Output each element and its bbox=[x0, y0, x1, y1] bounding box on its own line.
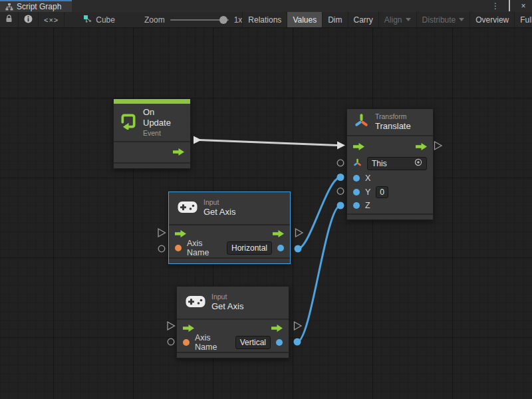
node-footer bbox=[114, 162, 190, 168]
value-output-port[interactable] bbox=[277, 245, 284, 251]
external-port-getv-control-in bbox=[168, 322, 175, 330]
node-title: Get Axis bbox=[211, 301, 243, 312]
control-output-port[interactable] bbox=[273, 230, 284, 237]
node-footer bbox=[177, 352, 289, 358]
external-port-axis-name-v bbox=[168, 338, 174, 345]
chevron-down-icon bbox=[406, 18, 411, 21]
zoom-control: Zoom 1x bbox=[144, 12, 242, 27]
tab-title: Script Graph bbox=[17, 2, 61, 11]
window-controls: ⋮ × bbox=[491, 0, 532, 12]
control-input-port[interactable] bbox=[353, 143, 364, 150]
control-output-port[interactable] bbox=[416, 143, 427, 150]
node-type: Input bbox=[211, 293, 243, 301]
node-on-update[interactable]: On Update Event bbox=[113, 98, 191, 169]
control-input-port[interactable] bbox=[183, 325, 194, 332]
gamepad-icon bbox=[186, 295, 205, 311]
y-port-label: Y bbox=[365, 188, 370, 197]
axis-name-label: Axis Name bbox=[187, 239, 216, 257]
external-port-z-input bbox=[337, 202, 344, 209]
zoom-value: 1x bbox=[234, 15, 243, 25]
z-port-label: Z bbox=[365, 201, 370, 210]
value-wire-horizontal-to-x bbox=[298, 178, 340, 249]
external-port-translate-control-out bbox=[435, 142, 442, 150]
distribute-dropdown[interactable]: Distribute bbox=[416, 12, 470, 27]
gamepad-icon bbox=[178, 201, 198, 216]
x-input-port[interactable] bbox=[353, 175, 360, 182]
inspect-button[interactable] bbox=[19, 12, 39, 27]
axis-name-field[interactable]: Vertical bbox=[235, 336, 271, 349]
code-icon: <×> bbox=[44, 16, 59, 24]
info-icon bbox=[24, 15, 33, 25]
object-picker-icon[interactable] bbox=[414, 158, 422, 169]
control-input-port[interactable] bbox=[175, 230, 186, 237]
close-icon[interactable]: × bbox=[519, 2, 528, 10]
value-wire-vertical-to-z bbox=[297, 205, 340, 342]
script-graph-window: Script Graph ⋮ × <×> Cube bbox=[0, 0, 532, 399]
code-preview-button[interactable]: <×> bbox=[39, 12, 65, 27]
graph-target-label: Cube bbox=[96, 15, 115, 25]
graph-canvas[interactable]: On Update Event Transform T bbox=[0, 28, 532, 399]
node-footer bbox=[347, 213, 433, 219]
wire-arrowhead bbox=[337, 142, 345, 150]
transform-icon bbox=[354, 113, 369, 131]
overview-button[interactable]: Overview bbox=[469, 12, 514, 27]
values-toggle[interactable]: Values bbox=[287, 12, 322, 27]
script-graph-asset-icon bbox=[83, 15, 92, 25]
value-output-port[interactable] bbox=[276, 339, 283, 346]
node-type: Input bbox=[203, 198, 235, 207]
node-title: Get Axis bbox=[203, 207, 235, 217]
axis-name-field[interactable]: Horizontal bbox=[227, 241, 272, 255]
y-input-port[interactable] bbox=[353, 189, 360, 196]
node-title: Translate bbox=[375, 121, 411, 132]
external-port-vertical-output bbox=[294, 338, 301, 346]
event-color-bar bbox=[114, 99, 190, 104]
node-footer bbox=[169, 257, 290, 263]
node-translate[interactable]: Transform Translate This bbox=[346, 108, 434, 220]
carry-toggle[interactable]: Carry bbox=[348, 12, 378, 27]
align-dropdown[interactable]: Align bbox=[378, 12, 416, 27]
update-loop-icon bbox=[120, 112, 137, 132]
axis-name-input-port[interactable] bbox=[183, 339, 190, 346]
graph-hierarchy-icon bbox=[5, 3, 13, 11]
external-port-x-input bbox=[337, 174, 344, 181]
zoom-slider[interactable] bbox=[170, 19, 229, 21]
transform-port-icon bbox=[353, 158, 362, 170]
chevron-down-icon bbox=[459, 18, 464, 21]
node-get-axis-horizontal[interactable]: Input Get Axis Axis Name Horizontal bbox=[168, 192, 291, 264]
x-port-label: X bbox=[365, 174, 370, 183]
external-port-geth-control-out bbox=[296, 229, 303, 237]
z-input-port[interactable] bbox=[353, 202, 360, 209]
graph-toolbar: <×> Cube Zoom 1x Relations Values Dim Ca… bbox=[0, 12, 532, 28]
control-output-port[interactable] bbox=[173, 148, 184, 156]
node-title: On Update bbox=[143, 107, 184, 129]
external-port-horizontal-output bbox=[295, 245, 302, 253]
zoom-slider-knob[interactable] bbox=[219, 16, 227, 24]
fullscreen-button[interactable]: Full Screen bbox=[514, 12, 532, 27]
maximize-icon[interactable] bbox=[505, 2, 514, 10]
lock-button[interactable] bbox=[0, 12, 19, 27]
external-port-this-input bbox=[337, 160, 344, 166]
toolbar-toggles: Relations Values Dim Carry Align Distrib… bbox=[242, 12, 532, 27]
external-port-getv-control-out bbox=[295, 322, 302, 330]
external-port-geth-control-in bbox=[158, 229, 166, 237]
target-object-field[interactable]: This bbox=[367, 157, 427, 170]
lock-icon bbox=[5, 15, 13, 25]
zoom-label: Zoom bbox=[144, 15, 165, 25]
control-output-port[interactable] bbox=[271, 325, 283, 332]
node-type: Event bbox=[143, 129, 184, 138]
node-get-axis-vertical[interactable]: Input Get Axis Axis Name Vertical bbox=[176, 286, 289, 358]
node-type: Transform bbox=[375, 112, 411, 121]
relations-toggle[interactable]: Relations bbox=[242, 12, 287, 27]
target-object-value: This bbox=[372, 158, 387, 169]
y-value-field[interactable]: 0 bbox=[376, 186, 388, 198]
menu-icon[interactable]: ⋮ bbox=[491, 2, 500, 10]
graph-target[interactable]: Cube bbox=[79, 12, 119, 27]
tab-script-graph[interactable]: Script Graph bbox=[0, 0, 72, 12]
titlebar: Script Graph ⋮ × bbox=[0, 0, 532, 12]
external-port-axis-name-h bbox=[158, 245, 165, 252]
wire-arrowhead bbox=[194, 136, 201, 144]
axis-name-input-port[interactable] bbox=[175, 245, 182, 251]
control-wire-on-update-to-translate bbox=[194, 136, 345, 150]
external-port-y-input bbox=[337, 188, 344, 195]
dim-toggle[interactable]: Dim bbox=[322, 12, 347, 27]
